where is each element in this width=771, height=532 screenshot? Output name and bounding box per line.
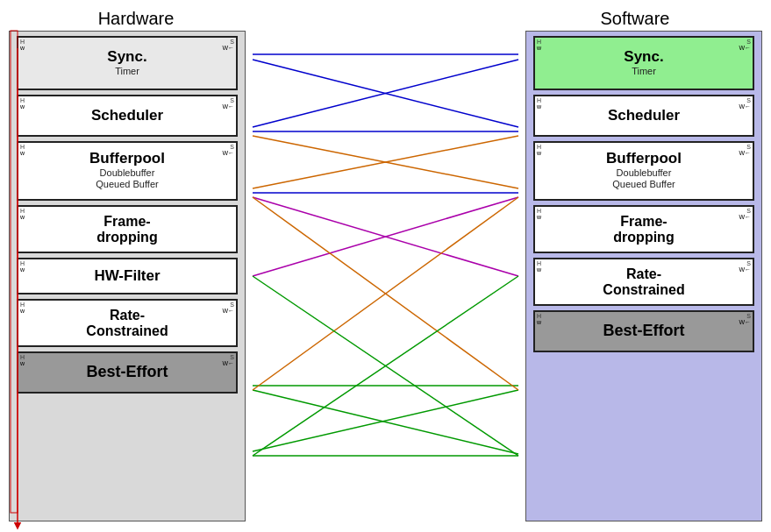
sw-sync-port-w: w xyxy=(537,45,541,51)
sw-fd-port-w: w xyxy=(537,214,541,220)
sw-rate-title: Rate-Constrained xyxy=(603,266,684,297)
hw-fd-port-w: w xyxy=(20,214,25,220)
sw-bufferpool-block: H w S W← Bufferpool DoublebufferQueued B… xyxy=(533,141,754,201)
hw-fd-port-h: H xyxy=(20,208,25,214)
sw-rate-block: H w S W← Rate-Constrained xyxy=(533,258,754,306)
hw-scheduler-block: H w S W← Scheduler xyxy=(17,95,238,137)
sw-sync-port-sh: S xyxy=(746,39,751,45)
hw-sync-port-sh: S xyxy=(230,39,234,45)
hw-sch-port-sh: S xyxy=(230,97,234,103)
hw-be-port-sw: W← xyxy=(222,360,234,366)
software-column: H w S W← Sync. Timer H w S W← Scheduler xyxy=(525,31,762,532)
sw-framedrop-block: H w S W← Frame-dropping xyxy=(533,205,754,253)
sw-sync-block: H w S W← Sync. Timer xyxy=(533,36,754,90)
sw-rate-port-sw: W← xyxy=(739,266,751,273)
sw-fd-port-sh: S xyxy=(746,208,751,214)
hw-scheduler-title: Scheduler xyxy=(91,108,163,124)
sw-besteffort-block: H w S W← Best-Effort xyxy=(533,310,754,352)
hw-sync-port-sw: W← xyxy=(222,45,234,51)
sw-be-port-w: w xyxy=(537,319,541,325)
hw-rate-port-h: H xyxy=(20,301,25,308)
main-container: Hardware Software H w S W← Sync. Timer H xyxy=(0,0,771,532)
hw-be-port-w: w xyxy=(20,360,25,366)
hw-rate-port-sw: W← xyxy=(222,308,234,314)
hw-rate-port-w: w xyxy=(20,308,25,314)
hw-sch-port-w: w xyxy=(20,103,25,110)
hw-sync-port-h: H xyxy=(20,39,25,45)
sw-sync-port-sw: W← xyxy=(739,45,751,51)
hw-rate-port-sh: S xyxy=(230,301,234,308)
hw-sync-subtitle: Timer xyxy=(115,66,139,77)
sw-fd-port-h: H xyxy=(537,208,541,214)
hw-rate-title: Rate-Constrained xyxy=(86,308,168,338)
sw-buf-port-w: w xyxy=(537,150,541,156)
sw-fd-port-sw: W← xyxy=(739,214,751,220)
hardware-column: H w S W← Sync. Timer H w S W← Scheduler xyxy=(9,31,246,532)
hw-bufferpool-title: Bufferpool xyxy=(89,151,165,167)
hw-sync-title: Sync. xyxy=(107,49,146,66)
hw-buf-port-sw: W← xyxy=(222,150,234,156)
hw-hwfilter-block: H w HW-Filter xyxy=(17,258,238,294)
hw-besteffort-block: H w S W← Best-Effort xyxy=(17,351,238,394)
hw-be-port-h: H xyxy=(20,354,25,360)
hw-buf-port-w: w xyxy=(20,150,25,156)
sw-buf-port-sw: W← xyxy=(739,150,751,156)
hw-sch-port-sw: W← xyxy=(222,103,234,110)
hw-hf-port-w: w xyxy=(20,266,25,273)
hardware-header: Hardware xyxy=(98,9,175,28)
sw-sync-port-h: H xyxy=(537,39,541,45)
sw-sch-port-w: w xyxy=(537,103,541,110)
sw-scheduler-block: H w S W← Scheduler xyxy=(533,95,754,137)
hw-rate-block: H w S W← Rate-Constrained xyxy=(17,299,238,347)
sw-rate-port-sh: S xyxy=(746,260,751,266)
sw-framedrop-title: Frame-dropping xyxy=(613,214,674,245)
sw-buf-port-h: H xyxy=(537,144,541,150)
hw-sync-port-w: w xyxy=(20,45,25,51)
hw-besteffort-title: Best-Effort xyxy=(87,364,168,381)
hw-column-box: H w S W← Sync. Timer H w S W← Scheduler xyxy=(9,31,246,521)
hw-buf-port-h: H xyxy=(20,144,25,150)
hw-buf-port-sh: S xyxy=(230,144,234,150)
sw-be-port-h: H xyxy=(537,313,541,319)
sw-rate-port-h: H xyxy=(537,260,541,266)
hw-framedrop-block: H w Frame-dropping xyxy=(17,205,238,253)
sw-bufferpool-title: Bufferpool xyxy=(606,151,682,167)
middle-space xyxy=(246,31,525,532)
hw-hwfilter-title: HW-Filter xyxy=(94,268,160,285)
sw-bufferpool-sub: DoublebufferQueued Buffer xyxy=(612,167,675,190)
sw-column-box: H w S W← Sync. Timer H w S W← Scheduler xyxy=(525,31,762,521)
sw-be-port-sh: S xyxy=(746,313,751,319)
hw-sch-port-h: H xyxy=(20,97,25,103)
sw-sync-subtitle: Timer xyxy=(632,66,656,77)
sw-be-port-sw: W← xyxy=(739,319,751,325)
sw-sync-title: Sync. xyxy=(624,49,663,66)
sw-buf-port-sh: S xyxy=(746,144,751,150)
sw-sch-port-sh: S xyxy=(746,97,751,103)
sw-rate-port-w: w xyxy=(537,266,541,273)
software-header: Software xyxy=(601,9,670,28)
hw-bufferpool-block: H w S W← Bufferpool DoublebufferQueued B… xyxy=(17,141,238,201)
hw-framedrop-title: Frame-dropping xyxy=(96,214,157,245)
hw-bufferpool-sub: DoublebufferQueued Buffer xyxy=(96,167,158,190)
hw-be-port-sh: S xyxy=(230,354,234,360)
sw-sch-port-h: H xyxy=(537,97,541,103)
sw-scheduler-title: Scheduler xyxy=(608,108,680,124)
hw-hf-port-h: H xyxy=(20,260,25,266)
sw-sch-port-sw: W← xyxy=(739,103,751,110)
sw-besteffort-title: Best-Effort xyxy=(603,323,685,340)
hw-sync-block: H w S W← Sync. Timer xyxy=(17,36,238,90)
